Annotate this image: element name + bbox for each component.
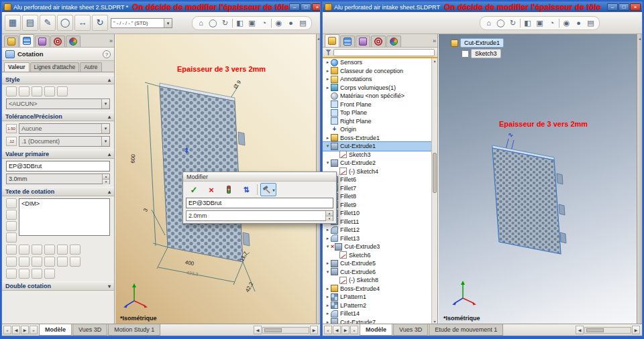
- increment-spin-button[interactable]: ⇅: [238, 183, 254, 196]
- chevron-right-icon[interactable]: ▸: [325, 227, 331, 232]
- primary-name-field[interactable]: EP@3DBrut: [6, 161, 110, 172]
- tree-item-lpattern2[interactable]: ▸LPattern2: [323, 301, 431, 310]
- symbol-diameter-icon[interactable]: [6, 257, 17, 267]
- sketch-icon[interactable]: ✎: [40, 15, 56, 31]
- minimize-button[interactable]: –: [607, 3, 618, 11]
- chevron-right-icon[interactable]: ▸: [325, 236, 331, 241]
- scroll-down-icon[interactable]: ▾: [432, 319, 437, 324]
- tree-item-sketch6[interactable]: Sketch6: [323, 251, 431, 260]
- tree-item-mat-riau-non-sp-cifi-[interactable]: Matériau <non spécifié>: [323, 92, 431, 100]
- section-dimension-text[interactable]: Texte de cotation ▴: [2, 187, 114, 196]
- first-tab-button[interactable]: «: [324, 326, 332, 334]
- spin-up-icon[interactable]: ▴: [326, 211, 333, 216]
- justify-center-icon[interactable]: [19, 245, 30, 255]
- next-tab-button[interactable]: ▶: [21, 326, 29, 334]
- tree-item-right-plane[interactable]: Right Plane: [323, 117, 431, 126]
- tree-item-fillet8[interactable]: ▸Fillet8: [323, 192, 431, 201]
- view-orientation-icon[interactable]: ▣: [534, 17, 545, 29]
- next-tab-button[interactable]: ▶: [341, 326, 350, 334]
- dimension-text-input[interactable]: <DIM>: [19, 198, 110, 236]
- chevron-right-icon[interactable]: ▸: [325, 311, 331, 316]
- tree-item-fillet13[interactable]: ▸Fillet13: [323, 234, 431, 243]
- displaymanager-tab[interactable]: [66, 36, 80, 47]
- symbol-plusminus-icon[interactable]: [32, 257, 42, 267]
- dim-edge[interactable]: 11,7: [239, 251, 249, 262]
- scroll-left-button[interactable]: ◀: [576, 326, 584, 334]
- rebuild-traffic-light-button[interactable]: [221, 183, 237, 196]
- symbol-square-icon[interactable]: [57, 257, 68, 267]
- breadcrumb-sketch-chip[interactable]: Sketch3: [471, 49, 501, 58]
- more-symbols-icon[interactable]: [70, 257, 80, 267]
- section-view-icon[interactable]: ◧: [234, 17, 246, 29]
- tab-lignes-d-attache[interactable]: Lignes d'attache: [30, 62, 80, 72]
- dim-edited-thickness[interactable]: 2: [507, 132, 514, 137]
- tree-item-cut-extrude3[interactable]: ▾×Cut-Extrude3: [323, 243, 431, 251]
- toolbar-overflow-icon[interactable]: »: [433, 38, 436, 44]
- tree-item-annotations[interactable]: ▸Annotations: [323, 75, 431, 84]
- dim-height[interactable]: 600: [130, 154, 137, 163]
- justify-right-icon[interactable]: [32, 245, 42, 255]
- edit-appearance-icon[interactable]: ●: [573, 17, 584, 29]
- revolved-boss-icon[interactable]: ▤: [22, 15, 38, 31]
- tree-item-cut-extrude5[interactable]: ▸Cut-Extrude5: [323, 259, 431, 268]
- modify-name-field[interactable]: EP@3DBrut: [186, 198, 333, 208]
- tree-item-cut-extrude1[interactable]: ▾Cut-Extrude1: [323, 142, 431, 151]
- tree-item-cut-extrude2[interactable]: ▾Cut-Extrude2: [323, 159, 431, 167]
- toolbar-overflow-icon[interactable]: »: [109, 38, 113, 44]
- last-tab-button[interactable]: »: [30, 326, 38, 334]
- tree-item-cut-extrude7[interactable]: ▸Cut-Extrude7: [323, 318, 431, 324]
- modify-dialog-titlebar[interactable]: Modifier: [183, 172, 336, 182]
- dim-position-offset-icon[interactable]: [44, 269, 55, 279]
- last-tab-button[interactable]: »: [350, 326, 358, 334]
- configurationmanager-tab[interactable]: [35, 36, 50, 47]
- doc-tab-mod-le[interactable]: Modèle: [360, 324, 392, 336]
- modify-value-spinner[interactable]: 2.0mm ▴ ▾: [186, 210, 333, 221]
- vscroll-thumb[interactable]: [433, 153, 437, 193]
- dimxpertmanager-tab[interactable]: [371, 36, 386, 47]
- doc-tab-vues-3d[interactable]: Vues 3D: [393, 324, 428, 336]
- hide-show-items-icon[interactable]: ◉: [561, 17, 572, 29]
- tree-item-sketch3[interactable]: Sketch3: [323, 151, 431, 159]
- symbol-centerline-icon[interactable]: [44, 257, 55, 267]
- section-view-icon[interactable]: ◧: [522, 17, 533, 29]
- zoom-area-icon[interactable]: ◯: [207, 17, 219, 29]
- ok-button[interactable]: ✓: [186, 183, 202, 196]
- chevron-right-icon[interactable]: ▸: [325, 294, 331, 299]
- help-icon[interactable]: ?: [103, 50, 111, 58]
- tab-autre[interactable]: Autre: [80, 62, 101, 72]
- chevron-right-icon[interactable]: ▸: [325, 68, 331, 74]
- dim-text-custom-icon[interactable]: [6, 232, 17, 243]
- left-titlebar[interactable]: Alu perforated air intake sheet 2.SLDPRT…: [2, 2, 320, 12]
- propertymanager-tab[interactable]: [19, 34, 34, 47]
- precision-select[interactable]: .1 (Document) ▾: [19, 136, 110, 147]
- save-favorite-icon[interactable]: [44, 86, 55, 96]
- justify-left-icon[interactable]: [6, 245, 17, 255]
- chevron-down-icon[interactable]: ▾: [325, 143, 331, 149]
- tree-item--sketch8[interactable]: (-) Sketch8: [323, 276, 431, 285]
- tree-item-fillet9[interactable]: ▸Fillet9: [323, 201, 431, 210]
- tolerance-type-select[interactable]: Aucune ▾: [19, 123, 110, 134]
- displaymanager-tab[interactable]: [386, 36, 401, 47]
- chevron-down-icon[interactable]: ▾: [325, 269, 331, 275]
- chevron-down-icon[interactable]: ▾: [325, 160, 331, 165]
- prev-tab-button[interactable]: ◀: [333, 326, 341, 334]
- dimxpertmanager-tab[interactable]: [50, 36, 65, 47]
- tree-item-corps-volumiques-1-[interactable]: ▸Corps volumiques(1): [323, 84, 431, 92]
- view-orientation-icon[interactable]: ▣: [246, 17, 258, 29]
- tree-item-origin[interactable]: Origin: [323, 125, 431, 134]
- section-primary-value[interactable]: Valeur primaire ▴: [2, 149, 114, 159]
- tree-item-boss-extrude4[interactable]: ▸Boss-Extrude4: [323, 285, 431, 293]
- section-style[interactable]: Style ▴: [2, 75, 114, 84]
- close-button[interactable]: ×: [630, 3, 641, 11]
- tree-scrollbar[interactable]: ▴ ▾: [431, 58, 437, 324]
- scroll-up-icon[interactable]: ▴: [432, 58, 437, 63]
- tree-item-lpattern1[interactable]: ▸LPattern1: [323, 293, 431, 301]
- dim-width-dual[interactable]: 423,3: [186, 270, 198, 277]
- featuremanager-tab[interactable]: [325, 34, 339, 47]
- chevron-right-icon[interactable]: ▸: [325, 85, 331, 90]
- scroll-right-button[interactable]: ▶: [632, 326, 640, 334]
- tree-item--sketch4[interactable]: (-) Sketch4: [323, 167, 431, 176]
- tree-item-cut-extrude6[interactable]: ▾Cut-Extrude6: [323, 268, 431, 277]
- dim-width[interactable]: 400: [184, 259, 195, 267]
- close-button[interactable]: ×: [312, 3, 320, 11]
